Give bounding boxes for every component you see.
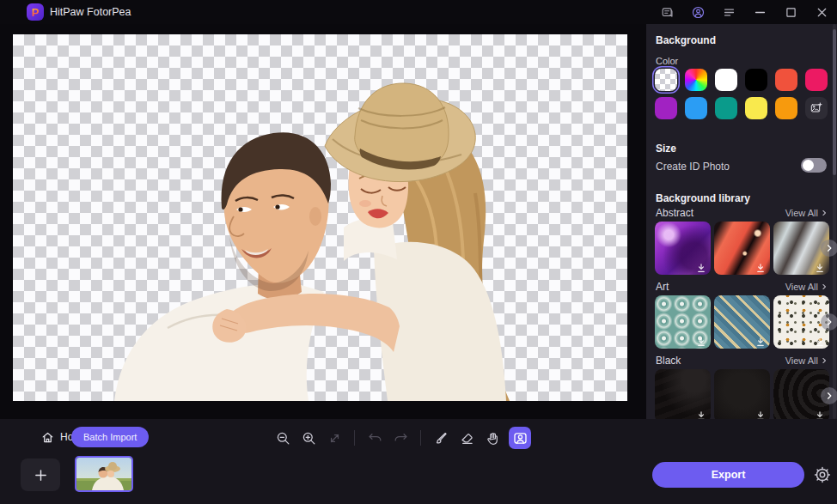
color-label: Color bbox=[656, 56, 678, 66]
library-panel-title: Background library bbox=[656, 192, 750, 204]
toolbar-divider bbox=[354, 430, 355, 446]
color-swatch-black[interactable] bbox=[745, 69, 767, 91]
hand-tool-button[interactable] bbox=[483, 428, 502, 447]
sidebar-scrollbar-thumb[interactable] bbox=[833, 29, 836, 175]
color-swatch-grid bbox=[655, 69, 828, 119]
close-button[interactable] bbox=[806, 0, 837, 24]
color-swatch-yellow[interactable] bbox=[745, 97, 767, 119]
download-icon bbox=[755, 409, 766, 419]
app-title: HitPaw FotorPea bbox=[50, 6, 131, 18]
undo-tool-button[interactable] bbox=[365, 428, 384, 447]
view-all-link-art[interactable]: View All bbox=[785, 282, 828, 292]
download-icon bbox=[696, 409, 706, 419]
download-icon bbox=[815, 409, 825, 419]
background-thumb-red-black-marble[interactable] bbox=[714, 222, 770, 275]
toggle-knob bbox=[803, 160, 814, 171]
settings-gear-button[interactable] bbox=[813, 465, 832, 484]
image-thumbnail-selected[interactable] bbox=[75, 456, 133, 492]
color-swatch-pink[interactable] bbox=[805, 69, 828, 91]
feedback-button[interactable] bbox=[651, 0, 682, 24]
eraser-tool-button[interactable] bbox=[457, 428, 476, 447]
color-swatch-orange[interactable] bbox=[775, 97, 797, 119]
plus-icon bbox=[34, 468, 48, 483]
account-button[interactable] bbox=[682, 0, 713, 24]
library-row-art bbox=[655, 295, 837, 349]
download-icon bbox=[755, 335, 766, 345]
color-swatch-white[interactable] bbox=[715, 69, 737, 91]
download-icon bbox=[696, 335, 706, 345]
background-thumb-black-grain-texture[interactable] bbox=[714, 369, 770, 419]
library-category-header-art: ArtView All bbox=[656, 280, 828, 294]
editor-workspace bbox=[0, 24, 646, 419]
create-id-photo-toggle[interactable] bbox=[801, 158, 827, 173]
canvas-transparent-background[interactable] bbox=[13, 34, 627, 401]
app-logo-icon: P bbox=[27, 3, 44, 21]
color-swatch-custom-image[interactable] bbox=[805, 97, 828, 119]
maximize-button[interactable] bbox=[775, 0, 806, 24]
tool-strip bbox=[273, 427, 531, 449]
add-image-button[interactable] bbox=[21, 458, 60, 491]
background-thumb-blue-diamond-pattern[interactable] bbox=[714, 295, 770, 349]
category-label: Black bbox=[656, 355, 681, 367]
color-swatch-rainbow[interactable] bbox=[685, 69, 707, 91]
view-all-link-abstract[interactable]: View All bbox=[785, 208, 828, 218]
background-thumb-purple-marble[interactable] bbox=[655, 222, 711, 275]
fit-expand-tool-button[interactable] bbox=[325, 428, 344, 447]
color-swatch-transparent[interactable] bbox=[655, 69, 677, 91]
download-icon bbox=[696, 261, 706, 271]
size-panel-title: Size bbox=[656, 143, 676, 155]
color-swatch-red[interactable] bbox=[775, 69, 797, 91]
download-icon bbox=[815, 335, 825, 345]
color-swatch-purple[interactable] bbox=[655, 97, 677, 119]
color-swatch-teal[interactable] bbox=[715, 97, 737, 119]
home-icon bbox=[41, 431, 54, 444]
zoom-out-tool-button[interactable] bbox=[273, 428, 292, 447]
titlebar-icons bbox=[651, 0, 837, 24]
view-all-link-black[interactable]: View All bbox=[785, 355, 828, 366]
background-thumb-teal-mosaic-pattern[interactable] bbox=[655, 295, 711, 349]
canvas-photo-couple[interactable] bbox=[13, 34, 627, 401]
color-swatch-blue[interactable] bbox=[685, 97, 707, 119]
zoom-in-tool-button[interactable] bbox=[299, 428, 318, 447]
export-button[interactable]: Export bbox=[652, 462, 804, 488]
redo-tool-button[interactable] bbox=[391, 428, 410, 447]
library-category-header-abstract: AbstractView All bbox=[656, 206, 828, 220]
library-category-header-black: BlackView All bbox=[656, 354, 828, 367]
background-thumb-black-wave-texture[interactable] bbox=[655, 369, 711, 419]
category-label: Abstract bbox=[656, 207, 693, 219]
toolbar-divider bbox=[420, 430, 421, 446]
thumbnail-preview bbox=[76, 458, 131, 490]
menu-button[interactable] bbox=[713, 0, 744, 24]
category-label: Art bbox=[656, 281, 669, 293]
batch-import-button[interactable]: Batch Import bbox=[71, 427, 149, 447]
download-icon bbox=[755, 261, 766, 271]
library-row-abstract bbox=[655, 222, 837, 275]
minimize-button[interactable] bbox=[744, 0, 775, 24]
library-row-black bbox=[655, 369, 837, 419]
portrait-cutout-tool-button[interactable] bbox=[509, 427, 531, 449]
titlebar: P HitPaw FotorPea bbox=[0, 0, 837, 24]
gear-icon bbox=[813, 465, 832, 484]
bottom-panel: Home Batch Import Export bbox=[0, 419, 837, 504]
brush-tool-button[interactable] bbox=[431, 428, 450, 447]
download-icon bbox=[815, 261, 825, 271]
background-panel-title: Background bbox=[656, 34, 716, 46]
create-id-photo-label: Create ID Photo bbox=[656, 161, 730, 173]
background-sidebar: Background Color Size Create ID Photo Ba… bbox=[646, 24, 837, 419]
